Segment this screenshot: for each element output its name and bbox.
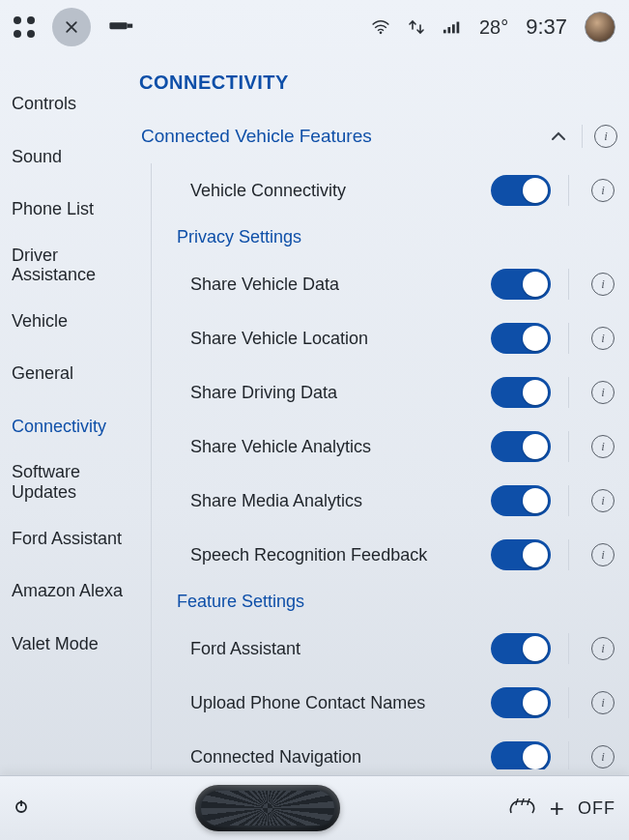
power-icon[interactable]	[14, 798, 29, 818]
row-speech-recognition-feedback: Speech Recognition Feedback i	[152, 528, 619, 582]
cell-data-icon	[408, 18, 425, 36]
toggle-vehicle-connectivity[interactable]	[491, 175, 551, 206]
divider	[568, 687, 569, 718]
sidebar-item-label: Ford Assistant	[12, 529, 122, 548]
sidebar-item-label: Valet Mode	[12, 634, 99, 653]
info-icon[interactable]: i	[591, 489, 615, 512]
clock: 9:37	[526, 14, 567, 40]
sidebar-item-label: Software Updates	[12, 462, 80, 502]
close-icon	[64, 19, 79, 35]
info-icon[interactable]: i	[591, 273, 615, 296]
row-label: Share Driving Data	[190, 383, 479, 403]
climate-left	[14, 798, 29, 818]
apps-grid-icon[interactable]	[14, 16, 35, 38]
profile-avatar[interactable]	[585, 12, 615, 43]
info-icon[interactable]: i	[591, 637, 615, 660]
vehicle-icon	[108, 16, 135, 38]
toggle-connected-navigation[interactable]	[491, 741, 551, 769]
svg-rect-4	[447, 27, 450, 33]
section-title: Connected Vehicle Features	[141, 126, 535, 147]
row-share-vehicle-location: Share Vehicle Location i	[152, 311, 619, 365]
sidebar-item-driver-assistance[interactable]: Driver Assistance	[0, 236, 133, 295]
sidebar-item-label: Amazon Alexa	[12, 581, 123, 600]
main: Controls Sound Phone List Driver Assista…	[0, 54, 629, 769]
info-icon[interactable]: i	[591, 435, 615, 458]
info-icon[interactable]: i	[591, 327, 615, 350]
sidebar-item-connectivity[interactable]: Connectivity	[0, 400, 133, 453]
rotary-dial[interactable]	[195, 785, 340, 831]
divider	[568, 377, 569, 408]
sidebar-item-controls[interactable]: Controls	[0, 77, 133, 130]
sidebar-item-valet-mode[interactable]: Valet Mode	[0, 618, 133, 671]
toggle-share-media-analytics[interactable]	[491, 485, 551, 516]
toggle-ford-assistant[interactable]	[491, 633, 551, 664]
chevron-up-icon	[545, 123, 572, 150]
divider	[568, 741, 569, 769]
sidebar-item-label: Connectivity	[12, 417, 106, 436]
divider	[568, 175, 569, 206]
divider	[568, 323, 569, 354]
divider	[568, 269, 569, 300]
row-label: Connected Navigation	[190, 747, 479, 768]
divider	[568, 633, 569, 664]
signal-icon	[443, 18, 462, 36]
section-header[interactable]: Connected Vehicle Features i	[135, 113, 619, 163]
row-label: Share Vehicle Analytics	[190, 437, 479, 457]
sidebar-item-sound[interactable]: Sound	[0, 130, 133, 184]
sidebar-item-label: General	[12, 363, 73, 383]
sidebar-item-software-updates[interactable]: Software Updates	[0, 452, 133, 511]
sidebar-item-ford-assistant[interactable]: Ford Assistant	[0, 512, 133, 565]
toggle-upload-contact-names[interactable]	[491, 687, 551, 718]
divider	[568, 485, 569, 516]
sidebar: Controls Sound Phone List Driver Assista…	[0, 54, 133, 769]
svg-rect-0	[109, 22, 127, 29]
toggle-share-driving-data[interactable]	[491, 377, 551, 408]
row-label: Vehicle Connectivity	[190, 181, 479, 201]
sidebar-item-label: Vehicle	[12, 311, 68, 331]
divider	[568, 539, 569, 570]
group-title-privacy: Privacy Settings	[152, 217, 619, 257]
toggle-share-vehicle-data[interactable]	[491, 269, 551, 300]
wifi-icon	[371, 19, 390, 35]
info-icon[interactable]: i	[591, 745, 615, 768]
sidebar-item-label: Sound	[12, 147, 62, 166]
svg-rect-5	[452, 24, 455, 33]
toggle-share-vehicle-location[interactable]	[491, 323, 551, 354]
sidebar-item-amazon-alexa[interactable]: Amazon Alexa	[0, 565, 133, 618]
row-upload-contact-names: Upload Phone Contact Names i	[152, 676, 619, 730]
plus-icon[interactable]: +	[550, 796, 564, 821]
content: CONNECTIVITY Connected Vehicle Features …	[133, 54, 629, 769]
svg-rect-3	[443, 30, 446, 34]
svg-rect-1	[128, 24, 133, 28]
row-label: Upload Phone Contact Names	[190, 693, 479, 713]
row-label: Speech Recognition Feedback	[190, 545, 479, 565]
sidebar-item-label: Phone List	[12, 199, 94, 218]
climate-off-label[interactable]: OFF	[578, 798, 615, 819]
sidebar-item-phone-list[interactable]: Phone List	[0, 183, 133, 236]
section-body: Vehicle Connectivity i Privacy Settings …	[151, 163, 619, 769]
sidebar-item-general[interactable]: General	[0, 347, 133, 400]
info-icon[interactable]: i	[591, 179, 615, 202]
info-icon[interactable]: i	[591, 381, 615, 404]
row-label: Share Media Analytics	[190, 491, 479, 511]
temperature: 28°	[479, 16, 508, 39]
row-ford-assistant: Ford Assistant i	[152, 622, 619, 676]
divider	[582, 125, 583, 148]
info-icon[interactable]: i	[591, 691, 615, 714]
page-title: CONNECTIVITY	[139, 72, 619, 94]
climate-bar: + OFF	[0, 775, 629, 840]
svg-rect-6	[456, 22, 459, 34]
sidebar-item-vehicle[interactable]: Vehicle	[0, 295, 133, 348]
status-left	[14, 8, 135, 46]
info-icon[interactable]: i	[591, 543, 615, 566]
divider	[568, 431, 569, 462]
status-bar: 28° 9:37	[0, 0, 629, 54]
row-label: Share Vehicle Data	[190, 275, 479, 295]
close-button[interactable]	[52, 8, 91, 46]
toggle-share-vehicle-analytics[interactable]	[491, 431, 551, 462]
toggle-speech-recognition-feedback[interactable]	[491, 539, 551, 570]
defrost-icon[interactable]	[507, 796, 536, 821]
section-info-button[interactable]: i	[592, 123, 619, 150]
row-share-driving-data: Share Driving Data i	[152, 365, 619, 420]
sidebar-item-label: Controls	[12, 94, 76, 113]
